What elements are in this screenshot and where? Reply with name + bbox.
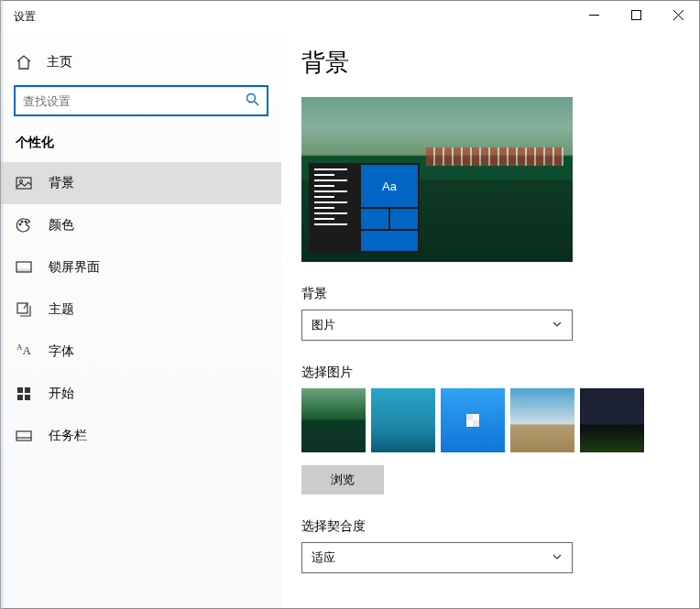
preview-detail xyxy=(426,147,563,166)
sidebar-item-3[interactable]: 主题 xyxy=(1,288,281,331)
minimize-icon xyxy=(589,10,599,20)
sidebar-item-label: 开始 xyxy=(49,386,74,402)
svg-point-4 xyxy=(247,94,256,103)
svg-rect-18 xyxy=(16,431,31,440)
search-icon xyxy=(246,92,259,109)
theme-icon xyxy=(16,301,32,318)
window-controls xyxy=(573,1,699,28)
sidebar-item-2[interactable]: 锁屏界面 xyxy=(1,246,281,288)
preview-app-list xyxy=(309,163,359,253)
maximize-button[interactable] xyxy=(615,1,657,28)
sidebar-item-5[interactable]: 开始 xyxy=(1,373,281,415)
chevron-down-icon xyxy=(552,551,563,565)
svg-rect-12 xyxy=(16,269,31,272)
picture-thumbnails xyxy=(301,388,673,452)
picture-thumb-3[interactable] xyxy=(441,388,505,452)
home-label: 主页 xyxy=(47,54,72,71)
svg-point-10 xyxy=(25,221,27,223)
fit-label: 选择契合度 xyxy=(301,518,673,535)
section-header: 个性化 xyxy=(1,135,281,162)
sidebar-item-0[interactable]: 背景 xyxy=(1,162,281,204)
sidebar-item-4[interactable]: AA字体 xyxy=(1,331,281,373)
search-container xyxy=(14,85,268,116)
desktop-preview: Aa xyxy=(301,97,573,262)
sidebar-item-label: 背景 xyxy=(49,175,74,191)
picture-thumb-2[interactable] xyxy=(371,388,435,452)
svg-rect-16 xyxy=(17,395,23,400)
start-icon xyxy=(16,386,32,402)
search-input[interactable] xyxy=(23,94,246,108)
picture-thumb-1[interactable] xyxy=(301,388,366,452)
taskbar-icon xyxy=(16,428,32,444)
page-title: 背景 xyxy=(301,47,673,79)
sidebar-item-label: 字体 xyxy=(49,343,74,360)
fit-select[interactable]: 适应 xyxy=(301,542,573,573)
svg-point-9 xyxy=(21,221,23,223)
chevron-down-icon xyxy=(552,319,563,332)
titlebar: 设置 xyxy=(1,1,699,32)
sidebar-item-label: 任务栏 xyxy=(49,428,87,444)
window-title: 设置 xyxy=(1,9,36,25)
sidebar: 主页 个性化 背景颜色锁屏界面主题AA字体开始任务栏 xyxy=(1,32,281,608)
maximize-icon xyxy=(631,10,641,20)
background-field-label: 背景 xyxy=(301,286,673,302)
svg-point-8 xyxy=(19,223,21,225)
sidebar-item-1[interactable]: 颜色 xyxy=(1,204,281,246)
preview-sample-tile: Aa xyxy=(361,165,418,207)
content-area: 主页 个性化 背景颜色锁屏界面主题AA字体开始任务栏 背景 xyxy=(1,32,699,608)
main-panel: 背景 Aa xyxy=(281,32,699,608)
sidebar-item-6[interactable]: 任务栏 xyxy=(1,415,281,457)
svg-rect-17 xyxy=(25,395,30,400)
background-type-value: 图片 xyxy=(312,317,335,333)
minimize-button[interactable] xyxy=(573,1,615,28)
sidebar-item-label: 颜色 xyxy=(49,217,74,234)
svg-rect-15 xyxy=(25,387,30,393)
browse-button[interactable]: 浏览 xyxy=(301,465,384,495)
choose-picture-label: 选择图片 xyxy=(301,364,673,381)
home-icon xyxy=(16,54,32,71)
svg-line-5 xyxy=(255,102,259,106)
font-icon: AA xyxy=(16,343,32,360)
close-button[interactable] xyxy=(657,1,699,28)
svg-point-7 xyxy=(20,180,23,183)
svg-rect-14 xyxy=(17,387,23,393)
image-icon xyxy=(16,175,32,191)
preview-tiles: Aa xyxy=(359,163,420,253)
background-type-select[interactable]: 图片 xyxy=(301,310,573,341)
nav-list: 背景颜色锁屏界面主题AA字体开始任务栏 xyxy=(1,162,281,457)
fit-value: 适应 xyxy=(312,549,335,566)
palette-icon xyxy=(16,217,32,234)
sidebar-item-label: 锁屏界面 xyxy=(49,259,100,276)
search-box[interactable] xyxy=(14,85,268,116)
picture-thumb-5[interactable] xyxy=(580,388,644,452)
sidebar-item-label: 主题 xyxy=(49,301,74,318)
lockscreen-icon xyxy=(16,259,32,276)
left-edge-bar xyxy=(0,0,4,609)
home-button[interactable]: 主页 xyxy=(1,47,281,85)
preview-start-menu: Aa xyxy=(309,163,420,253)
close-icon xyxy=(673,10,684,20)
svg-rect-1 xyxy=(631,10,640,19)
picture-thumb-4[interactable] xyxy=(510,388,574,452)
